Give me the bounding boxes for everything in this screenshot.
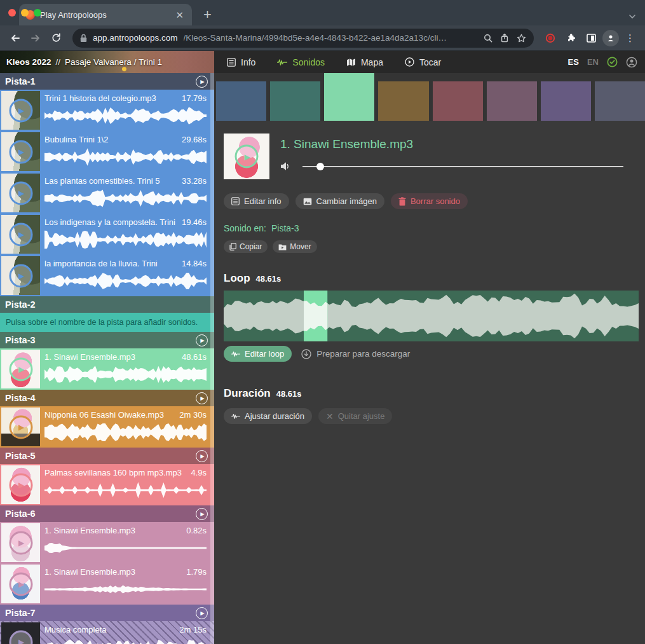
zoom-icon[interactable]	[484, 34, 492, 43]
tab-tocar[interactable]: Tocar	[405, 57, 441, 67]
thumbnail-play-button[interactable]: ▶	[9, 223, 32, 246]
share-icon[interactable]	[500, 33, 509, 43]
new-tab-button[interactable]: +	[200, 6, 215, 23]
track-play-button[interactable]: ▶	[196, 450, 208, 462]
track-header-pista-5[interactable]: Pista-5▶	[0, 448, 214, 464]
sound-thumbnail: ▶	[1, 91, 40, 130]
sound-title: 1. Sinawi Ensemble.mp3	[44, 526, 182, 535]
sound-item[interactable]: ▶Bubulina Trini 1\229.68s	[0, 131, 214, 172]
track-color-swatch-6[interactable]	[487, 81, 537, 121]
sound-duration: 4.9s	[191, 468, 207, 477]
track-play-button[interactable]: ▶	[196, 392, 208, 404]
track-section-pista-5: Pista-5▶▶Palmas sevillanas 160 bpm mp3.m…	[0, 448, 214, 505]
copy-icon	[229, 243, 236, 250]
sound-title: Musica completa	[44, 625, 175, 634]
thumbnail-play-button[interactable]: ▶	[9, 140, 32, 163]
thumbnail-play-button[interactable]: ▶	[9, 531, 32, 554]
sound-title: Palmas sevillanas 160 bpm mp3.mp3	[44, 468, 187, 477]
track-play-button[interactable]: ▶	[196, 334, 208, 346]
url-bar[interactable]: app.antropoloops.com/Kleos-Santa-Marina/…	[72, 29, 534, 48]
track-header-pista-7[interactable]: Pista-7▶	[0, 605, 214, 621]
sound-item[interactable]: ▶Los indigenas y la compostela. Trini19.…	[0, 214, 214, 255]
breadcrumb-separator: //	[56, 57, 61, 67]
forward-button[interactable]	[27, 29, 44, 47]
track-color-swatch-7[interactable]	[541, 81, 591, 121]
sound-duration: 29.68s	[182, 135, 207, 144]
adjust-duration-button[interactable]: Ajustar duración	[224, 408, 312, 424]
thumbnail-play-button[interactable]: ▶	[9, 181, 32, 205]
thumbnail-play-button[interactable]: ▶	[235, 145, 259, 168]
browser-tab[interactable]: Play Antropoloops ✕	[19, 4, 192, 25]
sound-item[interactable]: ▶la importancia de la lluvia. Trini14.84…	[0, 255, 214, 296]
side-panel-icon[interactable]	[582, 29, 600, 47]
bookmark-star-icon[interactable]	[517, 34, 526, 43]
thumbnail-play-button[interactable]: ▶	[9, 473, 32, 497]
edit-info-button[interactable]: Editar info	[224, 193, 289, 209]
thumbnail-play-button[interactable]: ▶	[9, 572, 32, 596]
window-minimize-button[interactable]	[21, 9, 29, 17]
edit-loop-button[interactable]: Editar loop	[224, 346, 292, 362]
sidebar-scrollbar[interactable]	[210, 73, 214, 644]
window-zoom-button[interactable]	[34, 9, 41, 17]
back-button[interactable]	[6, 29, 24, 47]
lang-es-button[interactable]: ES	[568, 57, 579, 67]
track-header-pista-3[interactable]: Pista-3▶	[0, 332, 214, 348]
sound-item[interactable]: ▶Palmas sevillanas 160 bpm mp3.mp34.9s	[0, 464, 214, 505]
track-header-pista-2[interactable]: Pista-2	[0, 296, 214, 313]
volume-knob[interactable]	[316, 163, 324, 170]
breadcrumb[interactable]: Kleos 2022 // Pasaje Valvanera / Trini 1	[0, 51, 214, 73]
sound-location-track[interactable]: Pista-3	[271, 223, 299, 233]
track-header-pista-1[interactable]: Pista-1▶	[0, 73, 214, 90]
sound-item[interactable]: ▶Musica completa2m 15s	[0, 621, 214, 644]
track-color-swatch-2[interactable]	[270, 81, 320, 121]
loop-waveform[interactable]	[224, 291, 639, 341]
change-image-button[interactable]: Cambiar imágen	[295, 193, 384, 209]
profile-avatar[interactable]	[602, 30, 619, 46]
sound-location-label: Sonido en:	[224, 223, 266, 233]
sound-item[interactable]: ▶Trini 1 historia del colegio.mp317.79s	[0, 90, 214, 131]
sound-thumbnail: ▶	[1, 256, 40, 295]
list-icon	[227, 58, 236, 67]
volume-slider[interactable]	[302, 162, 623, 171]
sound-item[interactable]: ▶1. Sinawi Ensemble.mp30.82s	[0, 522, 214, 563]
track-color-swatch-4[interactable]	[378, 81, 428, 121]
track-color-swatch-1[interactable]	[216, 81, 266, 121]
sound-item[interactable]: ▶1. Sinawi Ensemble.mp31.79s	[0, 563, 214, 605]
thumbnail-play-button[interactable]: ▶	[9, 415, 32, 439]
thumbnail-play-button[interactable]: ▶	[9, 630, 32, 644]
track-color-swatch-3[interactable]	[324, 73, 374, 121]
sound-thumbnail: ▶	[1, 215, 40, 254]
track-color-swatch-5[interactable]	[433, 81, 483, 121]
browser-menu-icon[interactable]: ⋮	[621, 32, 639, 44]
track-header-pista-6[interactable]: Pista-6▶	[0, 505, 214, 522]
copy-button[interactable]: Copiar	[224, 240, 268, 253]
thumbnail-play-button[interactable]: ▶	[9, 357, 32, 381]
tab-close-icon[interactable]: ✕	[173, 10, 186, 20]
tab-list-chevron-icon[interactable]	[628, 14, 636, 19]
reload-button[interactable]	[47, 29, 65, 47]
tab-sonidos[interactable]: Sonidos	[277, 57, 325, 67]
sound-item[interactable]: ▶Nipponia 06 Esashi Oiwake.mp32m 30s	[0, 406, 214, 448]
track-play-button[interactable]: ▶	[196, 508, 208, 520]
track-header-pista-4[interactable]: Pista-4▶	[0, 390, 214, 406]
lang-en-button[interactable]: EN	[587, 57, 599, 67]
account-icon[interactable]	[626, 57, 637, 68]
window-close-button[interactable]	[8, 9, 16, 17]
sound-waveform	[44, 538, 207, 558]
track-play-button[interactable]: ▶	[196, 76, 208, 88]
sound-item[interactable]: ▶Las plantas comestibles. Trini 533.28s	[0, 172, 214, 214]
track-play-button[interactable]: ▶	[196, 607, 208, 619]
record-extension-icon[interactable]	[541, 29, 559, 47]
thumbnail-play-button[interactable]: ▶	[9, 99, 32, 122]
tab-mapa[interactable]: Mapa	[346, 57, 383, 67]
tab-info[interactable]: Info	[227, 57, 255, 67]
thumbnail-play-button[interactable]: ▶	[9, 264, 32, 287]
remove-adjust-button[interactable]: ✕ Quitar ajuste	[318, 408, 392, 424]
sound-item[interactable]: ▶1. Sinawi Ensemble.mp348.61s	[0, 348, 214, 390]
prepare-download-button[interactable]: Preparar para descargar	[301, 349, 410, 359]
sound-thumbnail: ▶	[1, 523, 40, 562]
extensions-puzzle-icon[interactable]	[562, 29, 580, 47]
track-color-swatch-8[interactable]	[595, 81, 645, 121]
delete-sound-button[interactable]: Borrar sonido	[391, 193, 468, 209]
move-button[interactable]: Mover	[273, 240, 316, 253]
